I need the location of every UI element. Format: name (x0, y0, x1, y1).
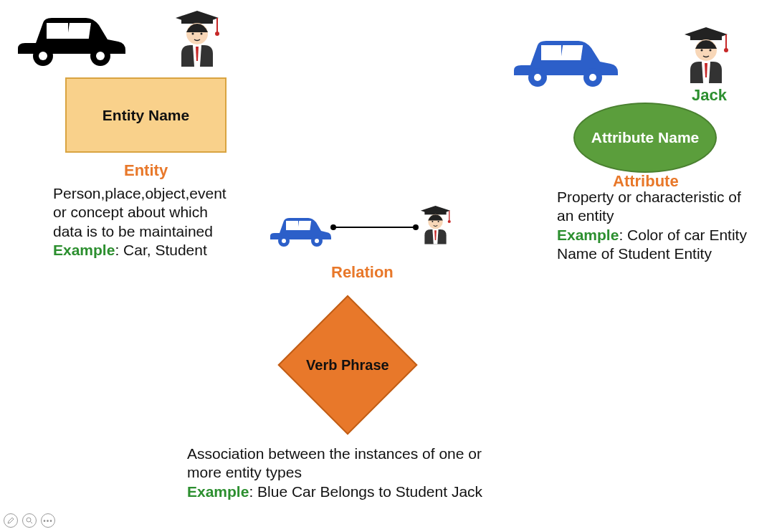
relation-line (330, 224, 419, 231)
svg-point-22 (701, 49, 703, 52)
pen-circle-icon[interactable] (4, 513, 18, 528)
car-blue-small-icon (268, 212, 333, 250)
relation-shape-label: Verb Phrase (306, 357, 389, 373)
svg-point-35 (448, 220, 451, 223)
svg-rect-0 (47, 23, 68, 39)
svg-rect-18 (690, 34, 722, 40)
svg-point-37 (432, 221, 433, 222)
svg-point-17 (589, 74, 596, 81)
svg-point-20 (724, 48, 728, 52)
svg-rect-25 (297, 221, 311, 230)
svg-rect-13 (561, 45, 583, 60)
svg-point-15 (534, 74, 541, 81)
zoom-circle-icon[interactable] (22, 513, 37, 528)
svg-point-23 (710, 49, 712, 52)
jack-label: Jack (692, 86, 727, 105)
bottom-toolbar: ••• (4, 513, 55, 528)
svg-point-31 (330, 224, 336, 230)
svg-point-3 (39, 52, 47, 60)
student-icon-relation (416, 201, 455, 248)
attribute-description: Property or characteristic of an entity … (557, 188, 772, 263)
student-icon-attribute (677, 20, 735, 87)
svg-rect-12 (541, 45, 561, 60)
student-icon-black (168, 4, 226, 71)
svg-rect-6 (181, 18, 213, 24)
attribute-shape: Attribute Name (573, 103, 717, 173)
svg-point-39 (27, 518, 31, 522)
relation-shape: Verb Phrase (298, 315, 397, 414)
svg-rect-24 (286, 221, 298, 230)
attribute-shape-label: Attribute Name (591, 128, 700, 146)
svg-rect-1 (67, 23, 91, 39)
svg-point-29 (315, 239, 319, 243)
entity-shape: Entity Name (65, 77, 227, 153)
svg-line-40 (31, 522, 33, 524)
car-blue-icon (510, 31, 621, 91)
svg-point-5 (96, 52, 105, 60)
svg-point-10 (192, 33, 194, 35)
car-black-icon (14, 7, 129, 71)
svg-point-11 (201, 33, 203, 35)
svg-point-8 (215, 32, 219, 36)
svg-rect-33 (424, 211, 446, 215)
more-circle-icon[interactable]: ••• (41, 513, 55, 528)
relation-description: Association between the instances of one… (187, 445, 531, 501)
entity-shape-label: Entity Name (103, 107, 189, 124)
entity-description: Person,place,object,event or concept abo… (53, 184, 261, 260)
relation-heading: Relation (331, 263, 394, 282)
entity-heading: Entity (124, 161, 168, 180)
svg-point-27 (282, 239, 286, 243)
svg-point-38 (438, 221, 439, 222)
